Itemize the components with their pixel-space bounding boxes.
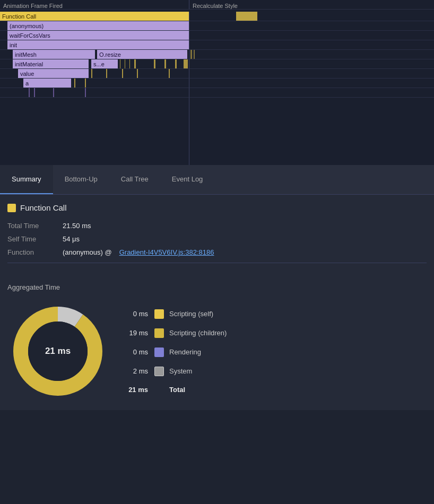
summary-title: Function Call [7,203,427,212]
mini-bar-4a [190,50,192,59]
flame-header-right: Recalculate Style [189,0,434,10]
flame-row-7[interactable]: a [0,79,434,88]
flame-cell-right-1 [189,21,434,31]
flame-cell-left-1: (anonymous) [0,21,189,31]
flame-empty [0,98,434,165]
flame-cell-left-3: init [0,40,189,50]
tab-bottom-up[interactable]: Bottom-Up [53,165,109,194]
flame-bar-se[interactable]: s...e [91,59,118,68]
flame-bar-function-call[interactable]: Function Call [0,12,189,21]
flame-header-left-label: Animation Frame Fired [0,3,63,9]
legend: 0 ms Scripting (self) 19 ms Scripting (c… [124,309,427,394]
flame-row-6[interactable]: value [0,69,434,79]
aggregated-content: 21 ms 0 ms Scripting (self) 19 ms Script… [7,301,427,402]
flame-header-left: Animation Frame Fired [0,0,189,10]
flame-row-5[interactable]: initMaterial s...e [0,59,434,69]
legend-row-2: 0 ms Rendering [124,347,427,357]
flame-cell-right-6 [189,69,434,79]
legend-label-0: Scripting (self) [169,310,213,318]
flame-cell-left-2: waitForCssVars [0,31,189,40]
flame-cell-right-5 [189,59,434,69]
flame-header-right-label: Recalculate Style [189,3,238,9]
self-time-value: 54 μs [63,235,80,243]
legend-swatch-1 [154,328,164,338]
summary-panel: Function Call Total Time 21.50 ms Self T… [0,195,434,278]
function-prefix: (anonymous) @ [63,248,112,256]
legend-total-ms: 21 ms [124,386,148,394]
legend-swatch-2 [154,347,164,357]
flame-cell-right-0 [189,12,434,21]
flame-bar-initmesh[interactable]: initMesh [13,50,95,59]
tab-summary[interactable]: Summary [0,165,53,194]
legend-row-1: 19 ms Scripting (children) [124,328,427,338]
legend-swatch-3 [154,367,164,376]
summary-self-time-row: Self Time 54 μs [7,235,427,243]
donut-chart: 21 ms [7,301,108,402]
aggregated-title: Aggregated Time [7,283,427,291]
legend-label-1: Scripting (children) [169,329,227,337]
flame-cell-left-5: initMaterial s...e [0,59,189,69]
flame-bar-waitforcss[interactable]: waitForCssVars [7,31,189,40]
flame-cell-left-4: initMesh O.resize [0,50,189,59]
flame-row-4[interactable]: initMesh O.resize [0,50,434,59]
flame-cell-right-2 [189,31,434,40]
legend-ms-2: 0 ms [124,348,148,356]
legend-ms-0: 0 ms [124,310,148,318]
flame-row-1[interactable]: (anonymous) [0,21,434,31]
legend-ms-1: 19 ms [124,329,148,337]
flame-row-2[interactable]: waitForCssVars [0,31,434,40]
summary-total-time-row: Total Time 21.50 ms [7,222,427,230]
self-time-label: Self Time [7,235,55,243]
tab-call-tree[interactable]: Call Tree [109,165,160,194]
flame-bar-oresize[interactable]: O.resize [97,50,187,59]
flame-row-0[interactable]: Function Call [0,12,434,21]
flame-cell-left-0: Function Call [0,12,189,21]
legend-row-3: 2 ms System [124,367,427,376]
tab-event-log[interactable]: Event Log [160,165,215,194]
legend-total-row: 21 ms Total [124,386,427,394]
flame-cell-left-7: a [0,79,189,88]
function-label: Function [7,248,55,256]
legend-swatch-0 [154,309,164,319]
flame-cell-right-7 [189,79,434,88]
flame-bar-init[interactable]: init [7,40,189,49]
divider [7,263,427,263]
legend-ms-3: 2 ms [124,367,148,375]
aggregated-section: Aggregated Time 21 ms [0,278,434,410]
flame-header: Animation Frame Fired Recalculate Style [0,0,434,12]
summary-title-text: Function Call [20,203,67,212]
flame-row-3[interactable]: init [0,40,434,50]
flame-row-8 [0,88,434,98]
mini-bar-0 [236,12,257,21]
flame-bar-initmaterial[interactable]: initMaterial [13,59,89,68]
function-link[interactable]: Gradient-I4V5V6IV.js:382:8186 [119,248,214,256]
flame-cell-right-3 [189,40,434,50]
flame-chart: Animation Frame Fired Recalculate Style … [0,0,434,165]
donut-label: 21 ms [45,346,71,357]
tab-bar: Summary Bottom-Up Call Tree Event Log [0,165,434,195]
flame-bar-anonymous[interactable]: (anonymous) [7,21,189,30]
summary-function-row: Function (anonymous) @ Gradient-I4V5V6IV… [7,248,427,256]
legend-label-3: System [169,367,192,375]
legend-label-2: Rendering [169,348,201,356]
flame-cell-left-6: value [0,69,189,79]
mini-bar-4b [194,50,195,59]
legend-total-label: Total [169,386,185,394]
total-time-value: 21.50 ms [63,222,91,230]
title-swatch [7,204,16,212]
flame-cell-left-8 [0,88,189,98]
flame-bar-a[interactable]: a [23,79,71,88]
flame-cell-right-8 [189,88,434,98]
total-time-label: Total Time [7,222,55,230]
flame-cell-right-4 [189,50,434,59]
legend-row-0: 0 ms Scripting (self) [124,309,427,319]
flame-bar-value[interactable]: value [18,69,89,78]
